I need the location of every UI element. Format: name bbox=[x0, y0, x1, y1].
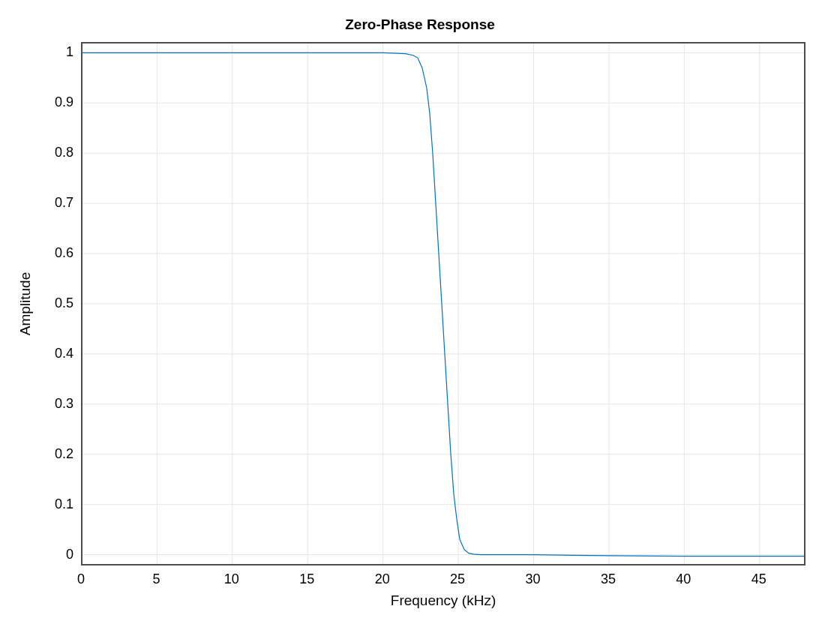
chart-title: Zero-Phase Response bbox=[0, 16, 840, 33]
x-tick: 0 bbox=[77, 572, 85, 587]
x-tick: 30 bbox=[525, 572, 540, 587]
y-tick: 0.4 bbox=[55, 345, 74, 361]
x-axis-label: Frequency (kHz) bbox=[81, 592, 806, 609]
y-tick: 0 bbox=[66, 546, 74, 562]
plot-axes bbox=[81, 42, 806, 566]
y-axis-label: Amplitude bbox=[16, 42, 34, 566]
y-tick: 0.1 bbox=[55, 496, 74, 512]
y-tick: 0.5 bbox=[55, 296, 74, 311]
gridlines bbox=[82, 43, 805, 565]
line-series bbox=[82, 52, 805, 556]
x-tick: 25 bbox=[450, 572, 465, 587]
x-tick: 15 bbox=[299, 572, 314, 587]
y-tick: 0.7 bbox=[55, 195, 74, 211]
x-tick: 20 bbox=[375, 572, 390, 587]
figure: Zero-Phase Response Amplitude Frequency … bbox=[0, 0, 840, 630]
y-tick: 0.8 bbox=[55, 145, 74, 160]
x-tick: 10 bbox=[224, 572, 239, 587]
x-tick: 40 bbox=[676, 572, 691, 587]
x-tick: 5 bbox=[152, 572, 160, 587]
y-tick: 0.6 bbox=[55, 245, 74, 261]
y-tick: 0.9 bbox=[55, 94, 74, 110]
x-tick: 45 bbox=[752, 572, 766, 587]
y-tick: 1 bbox=[66, 44, 74, 60]
y-tick: 0.3 bbox=[55, 395, 74, 411]
plot-svg bbox=[82, 43, 805, 565]
y-tick: 0.2 bbox=[55, 446, 74, 461]
x-tick: 35 bbox=[601, 572, 616, 587]
